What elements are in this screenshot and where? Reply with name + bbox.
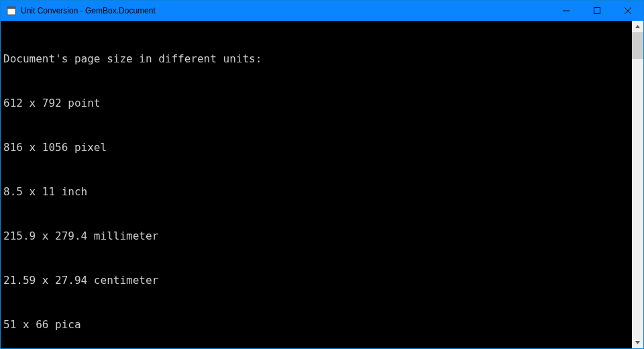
- console-line: 816 x 1056 pixel: [3, 140, 632, 155]
- svg-rect-3: [594, 8, 600, 14]
- titlebar[interactable]: Unit Conversion - GemBox.Document: [1, 1, 643, 21]
- console-output[interactable]: Document's page size in different units:…: [1, 21, 632, 348]
- console-line: 21.59 x 27.94 centimeter: [3, 273, 632, 288]
- console-line: 8.5 x 11 inch: [3, 185, 632, 199]
- svg-rect-1: [7, 7, 15, 9]
- app-icon: [6, 5, 17, 16]
- svg-marker-7: [635, 341, 640, 344]
- console-heading: Document's page size in different units:: [3, 52, 632, 66]
- window-title: Unit Conversion - GemBox.Document: [21, 6, 156, 15]
- vertical-scrollbar[interactable]: [632, 21, 643, 348]
- close-button[interactable]: [612, 1, 643, 21]
- scroll-down-button[interactable]: [632, 337, 643, 348]
- console-line: 215.9 x 279.4 millimeter: [3, 229, 632, 244]
- scroll-up-button[interactable]: [632, 21, 643, 32]
- app-window: Unit Conversion - GemBox.Document Docume…: [0, 0, 644, 349]
- svg-marker-6: [635, 25, 640, 28]
- maximize-button[interactable]: [582, 1, 612, 21]
- console-line: 612 x 792 point: [3, 96, 632, 111]
- minimize-button[interactable]: [551, 1, 582, 21]
- client-area: Document's page size in different units:…: [1, 21, 643, 348]
- scroll-thumb[interactable]: [632, 32, 643, 59]
- console-line: 51 x 66 pica: [3, 317, 632, 332]
